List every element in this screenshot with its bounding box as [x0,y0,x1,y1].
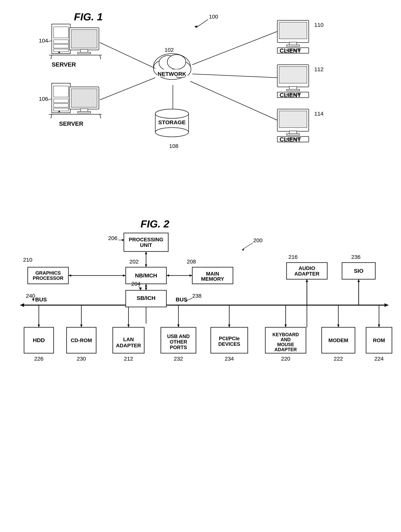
svg-point-38 [155,128,188,137]
ref-110: 110 [314,22,324,28]
svg-marker-71 [145,264,147,267]
ref-102: 102 [164,47,174,53]
svg-rect-24 [81,109,88,112]
svg-point-39 [155,109,188,118]
ref-230: 230 [77,356,86,362]
ref-100: 100 [209,13,218,19]
svg-rect-3 [54,27,69,38]
svg-rect-18 [54,99,69,103]
svg-rect-20 [54,108,69,111]
ref-204: 204 [131,281,140,287]
svg-rect-49 [287,89,300,91]
keyboard-adapter-label4: ADAPTER [275,347,297,352]
modem-label: MODEM [328,337,348,343]
keyboard-adapter-label3: MOUSE [277,342,294,347]
hdd-label: HDD [33,337,45,343]
svg-rect-5 [54,44,69,48]
svg-rect-25 [78,112,91,113]
ref-108: 108 [169,143,178,149]
svg-marker-95 [145,288,147,290]
svg-line-59 [100,78,155,100]
svg-marker-85 [385,303,388,307]
server2-label: SERVER [59,120,83,127]
fig2-title: FIG. 2 [140,218,169,230]
ref-240: 240 [26,293,35,299]
ref-234: 234 [225,356,234,362]
svg-rect-9 [71,30,97,48]
ref-200: 200 [253,237,263,243]
svg-marker-127 [306,279,308,282]
svg-marker-65 [242,248,244,251]
svg-rect-43 [287,45,300,46]
main-memory-label2: MEMORY [201,276,224,282]
svg-marker-87 [32,299,34,301]
svg-rect-47 [279,67,307,83]
ref-112: 112 [314,66,324,72]
nb-mch-label: NB/MCH [135,272,157,279]
svg-rect-10 [81,50,88,52]
svg-marker-94 [145,284,147,287]
svg-marker-110 [38,324,40,327]
svg-rect-17 [54,86,69,97]
svg-line-27 [51,114,52,118]
svg-line-61 [192,74,277,78]
svg-rect-23 [71,89,97,107]
svg-line-15 [48,41,52,42]
sio-label: SIO [354,268,363,274]
network-label: NETWORK [158,71,186,77]
ref-210: 210 [23,257,32,263]
svg-rect-6 [54,49,69,52]
svg-rect-48 [289,87,297,89]
ref-236: 236 [351,254,361,260]
cd-rom-label: CD-ROM [71,337,92,343]
svg-marker-75 [166,274,169,277]
ref-220: 220 [281,356,290,362]
ref-222: 222 [334,356,343,362]
client3-label: CLIENT [280,136,301,143]
client1-label: CLIENT [280,47,301,54]
server1-label: SERVER [52,61,76,68]
svg-rect-4 [54,40,69,44]
ref-232: 232 [174,356,183,362]
storage-label: STORAGE [158,119,186,125]
svg-line-29 [48,99,52,100]
ref-206: 206 [108,235,117,241]
keyboard-adapter-label: KEYBOARD [272,332,299,337]
main-memory-label: MAIN [206,271,219,277]
svg-point-21 [58,111,60,112]
graphics-proc-label2: PROCESSOR [33,275,63,281]
svg-marker-92 [139,288,142,290]
svg-marker-79 [69,274,71,277]
pci-devices-label: PCI/PCIe [219,336,240,341]
svg-rect-19 [54,104,69,107]
ref-238: 238 [192,293,201,299]
svg-point-34 [167,55,186,69]
svg-marker-129 [357,279,360,282]
svg-rect-54 [289,131,297,134]
svg-marker-116 [177,324,180,327]
svg-line-58 [100,43,155,68]
svg-rect-11 [78,52,91,54]
svg-rect-53 [279,111,307,128]
audio-adapter-label: AUDIO [299,265,315,271]
svg-rect-41 [279,22,307,39]
page: FIG. 1 100 104 SERVER [0,0,401,532]
ref-226: 226 [34,356,44,362]
fig1-diagram: FIG. 1 100 104 SERVER [15,6,385,209]
lan-adapter-label: LAN [123,336,134,342]
svg-marker-112 [80,324,82,327]
rom-label: ROM [373,337,385,343]
fig1-title: FIG. 1 [74,11,103,23]
graphics-proc-label: GRAPHICS [35,270,61,276]
ref-216: 216 [288,254,298,260]
bus1-label: BUS [35,296,47,303]
svg-marker-122 [337,324,339,327]
sb-ich-label: SB/ICH [137,295,156,301]
svg-marker-84 [20,303,24,307]
usb-ports-label: USB AND [167,334,190,339]
svg-marker-118 [228,324,230,327]
processing-unit-label2: UNIT [140,242,152,248]
keyboard-adapter-label2: AND [281,337,291,342]
svg-line-62 [190,81,277,120]
svg-line-0 [196,19,208,28]
